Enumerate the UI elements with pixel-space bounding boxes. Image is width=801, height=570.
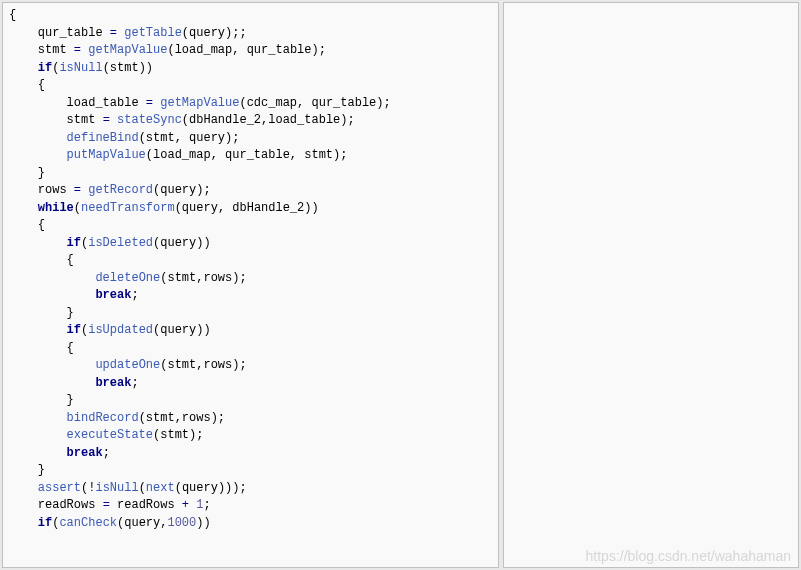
token-fn: canCheck [59, 516, 117, 530]
token-id: qur_table [247, 43, 312, 57]
token-kw: break [95, 376, 131, 390]
code-line[interactable]: if(isNull(stmt)) [9, 60, 498, 78]
token-punct: )) [304, 201, 318, 215]
token-punct: , [297, 96, 311, 110]
code-line[interactable]: } [9, 305, 498, 323]
token-id: readRows [38, 498, 96, 512]
token-punct: )) [196, 516, 210, 530]
token-punct: ); [211, 411, 225, 425]
token-punct: ( [175, 201, 182, 215]
code-editor-pane[interactable]: { qur_table = getTable(query);; stmt = g… [2, 2, 499, 568]
code-line[interactable]: deleteOne(stmt,rows); [9, 270, 498, 288]
token-id: stmt [110, 61, 139, 75]
token-op: = [103, 498, 110, 512]
token-kw: if [67, 236, 81, 250]
code-line[interactable]: { [9, 340, 498, 358]
code-line[interactable]: } [9, 462, 498, 480]
token-id: stmt [146, 131, 175, 145]
token-punct: , [175, 411, 182, 425]
token-op: = [74, 43, 81, 57]
token-id: stmt [67, 113, 96, 127]
token-punct: ( [139, 411, 146, 425]
token-fn: deleteOne [95, 271, 160, 285]
token-punct: } [67, 306, 74, 320]
code-line[interactable]: if(canCheck(query,1000)) [9, 515, 498, 533]
token-punct: ); [196, 183, 210, 197]
token-fn: updateOne [95, 358, 160, 372]
code-line[interactable]: stmt = getMapValue(load_map, qur_table); [9, 42, 498, 60]
token-num: 1000 [167, 516, 196, 530]
code-line[interactable]: if(isDeleted(query)) [9, 235, 498, 253]
token-punct [67, 43, 74, 57]
token-punct: ; [131, 288, 138, 302]
token-id: readRows [117, 498, 175, 512]
code-line[interactable]: stmt = stateSync(dbHandle_2,load_table); [9, 112, 498, 130]
code-line[interactable]: updateOne(stmt,rows); [9, 357, 498, 375]
token-id: load_map [175, 43, 233, 57]
token-punct: { [38, 78, 45, 92]
code-line[interactable]: } [9, 392, 498, 410]
code-line[interactable]: if(isUpdated(query)) [9, 322, 498, 340]
token-kw: if [38, 61, 52, 75]
code-line[interactable]: { [9, 77, 498, 95]
token-punct: { [67, 253, 74, 267]
token-fn: defineBind [67, 131, 139, 145]
token-punct: ); [225, 131, 239, 145]
code-line[interactable]: defineBind(stmt, query); [9, 130, 498, 148]
token-fn: isNull [95, 481, 138, 495]
token-punct: ); [232, 358, 246, 372]
code-line[interactable]: } [9, 165, 498, 183]
token-punct: ( [139, 131, 146, 145]
token-punct: { [38, 218, 45, 232]
token-punct: } [38, 463, 45, 477]
code-line[interactable]: { [9, 252, 498, 270]
token-id: qur_table [38, 26, 103, 40]
token-fn: getRecord [88, 183, 153, 197]
token-punct: , [211, 148, 225, 162]
token-punct: ( [103, 61, 110, 75]
token-punct [175, 498, 182, 512]
code-line[interactable]: bindRecord(stmt,rows); [9, 410, 498, 428]
token-id: query [124, 516, 160, 530]
token-punct: ); [340, 113, 354, 127]
token-punct: ))); [218, 481, 247, 495]
code-line[interactable]: while(needTransform(query, dbHandle_2)) [9, 200, 498, 218]
token-id: cdc_map [247, 96, 297, 110]
code-line[interactable]: { [9, 7, 498, 25]
code-line[interactable]: assert(!isNull(next(query))); [9, 480, 498, 498]
token-id: stmt [304, 148, 333, 162]
token-punct: ( [146, 148, 153, 162]
code-line[interactable]: break; [9, 287, 498, 305]
code-line[interactable]: load_table = getMapValue(cdc_map, qur_ta… [9, 95, 498, 113]
code-line[interactable]: rows = getRecord(query); [9, 182, 498, 200]
code-line[interactable]: break; [9, 375, 498, 393]
token-id: stmt [38, 43, 67, 57]
token-id: stmt [160, 428, 189, 442]
token-punct [103, 26, 110, 40]
token-op: + [182, 498, 189, 512]
code-line[interactable]: putMapValue(load_map, qur_table, stmt); [9, 147, 498, 165]
token-punct: ); [232, 271, 246, 285]
code-line[interactable]: executeState(stmt); [9, 427, 498, 445]
token-kw: if [38, 516, 52, 530]
token-kw: break [67, 446, 103, 460]
token-punct: , [232, 43, 246, 57]
token-id: load_map [153, 148, 211, 162]
token-punct [110, 113, 117, 127]
token-id: rows [203, 271, 232, 285]
secondary-pane[interactable] [503, 2, 799, 568]
code-line[interactable]: readRows = readRows + 1; [9, 497, 498, 515]
code-line[interactable]: qur_table = getTable(query);; [9, 25, 498, 43]
token-id: rows [203, 358, 232, 372]
token-fn: getMapValue [160, 96, 239, 110]
token-punct: ( [74, 201, 81, 215]
code-line[interactable]: { [9, 217, 498, 235]
code-line[interactable]: break; [9, 445, 498, 463]
token-punct [139, 96, 146, 110]
token-punct: { [9, 8, 16, 22]
token-id: qur_table [311, 96, 376, 110]
token-id: rows [38, 183, 67, 197]
token-punct [110, 498, 117, 512]
token-punct: ; [103, 446, 110, 460]
token-fn: isDeleted [88, 236, 153, 250]
